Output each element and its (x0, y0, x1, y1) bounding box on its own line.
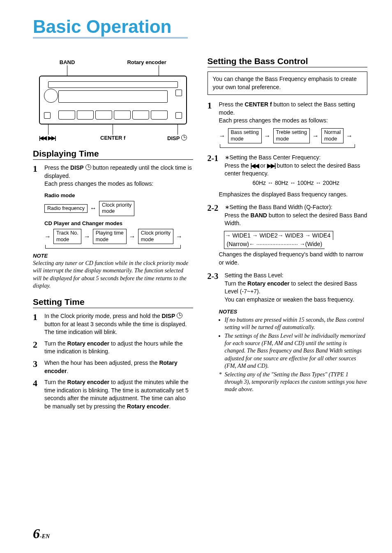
arrow-icon: → (264, 132, 271, 140)
label-prev-next: |◀◀ ▶▶| (39, 135, 80, 141)
label-center-f: CENTER f (80, 135, 146, 141)
step-number: 2-2 (208, 203, 225, 228)
arrow-icon: → (44, 233, 51, 240)
page-title: Basic Operation (33, 16, 188, 39)
note-body: Selecting any tuner or CD function while… (33, 260, 193, 290)
arrow-icon: → (219, 132, 226, 140)
step-number: 4 (33, 378, 44, 410)
label-rotary: Rotary encoder (127, 59, 166, 65)
arrow-icon: → (129, 233, 136, 240)
step-note: Changes the displayed frequency's band w… (219, 251, 368, 267)
flow-box: Bass setting mode (228, 128, 262, 143)
arrow-icon: → (84, 233, 90, 240)
right-column: Setting the Bass Control You can change … (208, 49, 368, 414)
step-number: 2-3 (208, 272, 225, 304)
step-number: 1 (33, 164, 44, 188)
section-setting-time: Setting Time (33, 297, 193, 308)
step-body: Setting the Bass Level: Turn the Rotary … (225, 272, 368, 304)
arrow-icon: → (346, 132, 353, 140)
step-body: ∗Setting the Bass Center Frequency: Pres… (225, 154, 368, 187)
section-bass-control: Setting the Bass Control (208, 56, 368, 67)
radio-mode-label: Radio mode (44, 192, 193, 198)
step-body: In the Clock priority mode, press and ho… (44, 312, 193, 336)
step-number: 2 (33, 340, 44, 356)
device-diagram: BAND Rotary encoder (39, 59, 187, 141)
page-number: 6-EN (33, 526, 50, 541)
clock-icon (85, 164, 91, 170)
arrow-icon: → (312, 132, 319, 140)
step-number: 2-1 (208, 154, 225, 187)
note-item: If no buttons are pressed within 15 seco… (225, 316, 368, 331)
step-number: 3 (33, 359, 44, 375)
frequency-list: 60Hz ↔ 80Hz ↔ 100Hz ↔ 200Hz (225, 179, 368, 187)
step-body: Turn the Rotary encoder to adjust the mi… (44, 378, 193, 410)
info-box: You can change the Bass Frequency emphas… (208, 71, 368, 95)
clock-icon (181, 135, 187, 141)
step-note: Emphasizes the displayed Bass frequency … (219, 191, 368, 199)
flow-box: Treble setting mode (273, 128, 310, 143)
note-item: The settings of the Bass Level will be i… (225, 332, 368, 370)
step-body: ∗Setting the Bass Band Width (Q-Factor):… (225, 203, 368, 228)
left-column: BAND Rotary encoder (33, 49, 193, 414)
step-body: Turn the Rotary encoder to adjust the ho… (44, 340, 193, 356)
section-displaying-time: Displaying Time (33, 149, 193, 160)
step-body: Press the CENTER f button to select the … (219, 101, 368, 125)
cd-mode-label: CD Player and Changer modes (44, 220, 193, 226)
flow-box: Clock priority mode (99, 201, 134, 216)
notes-heading: NOTES (219, 308, 368, 316)
flow-box: Radio frequency (44, 204, 88, 213)
note-heading: NOTE (33, 253, 193, 259)
notes-list: If no buttons are pressed within 15 seco… (219, 316, 368, 394)
step-number: 1 (33, 312, 44, 336)
note-item: Selecting any of the "Setting the Bass T… (225, 371, 368, 394)
step-body: Press the DISP button repeatedly until t… (44, 164, 193, 188)
step-number: 1 (208, 101, 219, 125)
flow-box: Normal mode (321, 128, 344, 143)
label-disp: DISP (146, 135, 187, 141)
label-band: BAND (60, 59, 75, 65)
flow-box: Track No. mode (53, 229, 81, 244)
arrow-icon: → (176, 233, 182, 240)
flow-box: Playing time mode (93, 229, 127, 244)
step-body: When the hour has been adjusted, press t… (44, 359, 193, 375)
clock-icon (177, 313, 182, 318)
arrow-icon: ↔ (90, 205, 97, 212)
band-width-flow: → WIDE1 → WIDE2→ WIDE3 → WIDE4 (Narrow)←… (224, 231, 368, 249)
flow-box: Clock priority mode (138, 229, 173, 244)
